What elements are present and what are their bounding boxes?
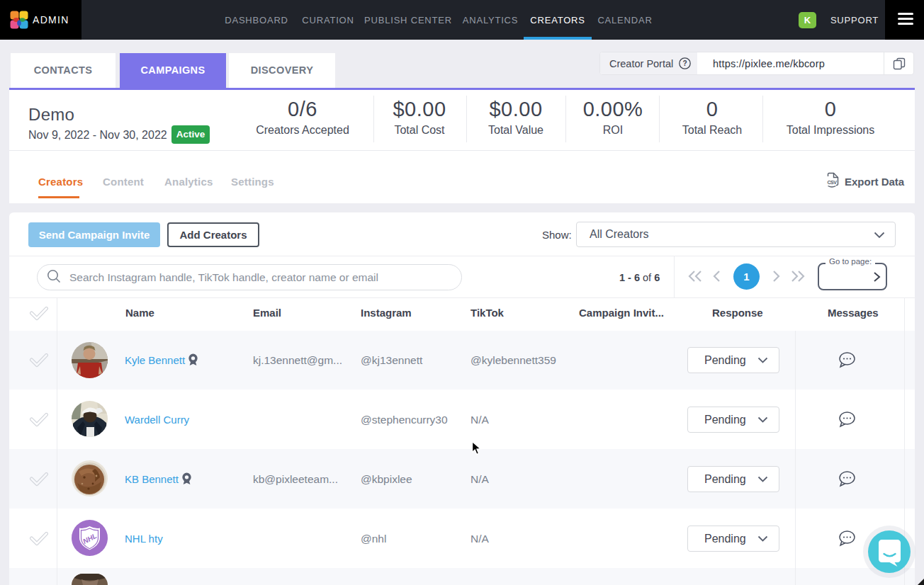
svg-text:CSV: CSV — [828, 180, 838, 185]
svg-text:?: ? — [683, 59, 687, 67]
